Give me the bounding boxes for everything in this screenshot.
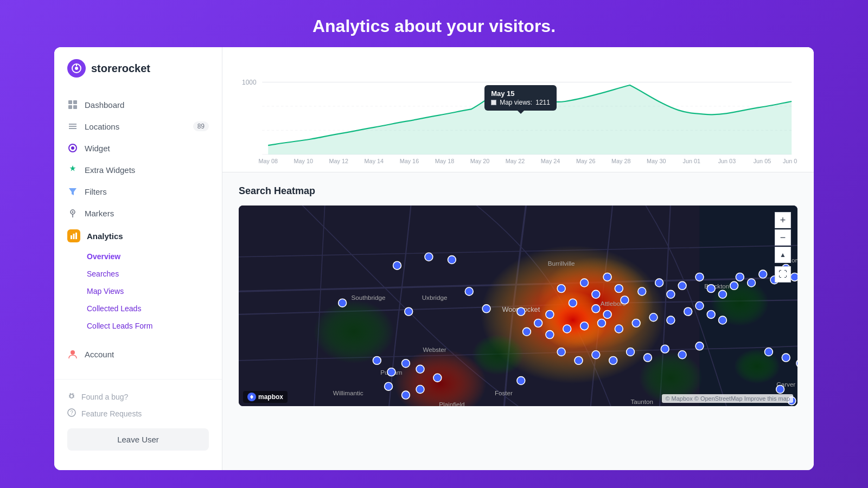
svg-rect-16 — [71, 235, 72, 239]
chart-container: May 15 Map views: 1211 1000 — [239, 58, 797, 166]
sidebar-item-searches[interactable]: Searches — [87, 265, 222, 282]
svg-text:May 30: May 30 — [647, 158, 666, 164]
sidebar-item-widget-label: Widget — [85, 144, 110, 153]
svg-point-14 — [72, 211, 74, 213]
sidebar-item-account[interactable]: Account — [54, 343, 222, 365]
svg-text:Burrillville: Burrillville — [548, 260, 575, 267]
svg-point-1 — [75, 67, 78, 70]
svg-point-128 — [719, 316, 727, 324]
svg-point-124 — [667, 316, 675, 324]
map-views-label: Map Views — [87, 287, 124, 296]
svg-point-138 — [393, 261, 401, 269]
page-title: Analytics about your visitors. — [11, 16, 857, 36]
svg-text:Jun 01: Jun 01 — [683, 158, 701, 164]
svg-marker-12 — [69, 188, 76, 195]
mapbox-label: mapbox — [258, 393, 283, 401]
svg-point-133 — [627, 348, 635, 356]
svg-text:Plainfield: Plainfield — [439, 401, 464, 406]
logo-icon — [67, 59, 86, 78]
sidebar-item-dashboard[interactable]: Dashboard — [54, 94, 222, 115]
svg-point-126 — [695, 302, 704, 310]
sidebar-item-overview[interactable]: Overview — [87, 248, 222, 265]
svg-point-108 — [736, 273, 744, 281]
zoom-out-button[interactable]: − — [775, 229, 791, 246]
sidebar-item-analytics-label: Analytics — [87, 232, 123, 241]
feature-requests-item[interactable]: ? Feature Requests — [67, 405, 209, 422]
feature-requests-label: Feature Requests — [81, 409, 142, 418]
svg-point-183 — [482, 305, 490, 313]
analytics-submenu: Overview Searches Map Views Collected Le… — [54, 248, 222, 335]
svg-point-99 — [621, 296, 629, 304]
svg-text:Foster: Foster — [495, 389, 513, 396]
dashboard-icon — [67, 99, 78, 110]
svg-text:May 08: May 08 — [258, 158, 278, 164]
svg-point-150 — [433, 374, 442, 382]
svg-point-145 — [402, 359, 410, 368]
svg-point-117 — [546, 331, 554, 339]
sidebar-item-extra-widgets[interactable]: Extra Widgets — [54, 159, 222, 181]
svg-rect-3 — [68, 100, 72, 104]
svg-point-140 — [448, 256, 456, 264]
svg-text:May 26: May 26 — [576, 158, 596, 164]
svg-point-136 — [678, 351, 686, 359]
found-a-bug-item[interactable]: Found a bug? — [67, 388, 209, 405]
svg-text:Taunton: Taunton — [631, 398, 654, 405]
svg-point-97 — [592, 305, 600, 313]
svg-text:May 14: May 14 — [365, 158, 384, 164]
sidebar-item-locations-label: Locations — [85, 122, 119, 131]
svg-rect-5 — [68, 105, 72, 109]
svg-rect-4 — [73, 100, 77, 104]
svg-point-113 — [790, 273, 797, 281]
svg-line-25 — [70, 393, 71, 394]
collected-leads-label: Collected Leads — [87, 304, 141, 313]
svg-point-96 — [569, 299, 577, 307]
widget-icon — [67, 143, 78, 153]
markers-icon — [67, 208, 78, 219]
sidebar-item-dashboard-label: Dashboard — [85, 100, 124, 110]
svg-point-182 — [465, 287, 473, 296]
logo-text: storerocket — [91, 62, 150, 75]
svg-point-98 — [603, 310, 611, 318]
sidebar-bottom: Found a bug? ? Feature Requests Leave Us… — [54, 379, 222, 459]
svg-point-142 — [405, 307, 413, 316]
svg-point-125 — [684, 307, 692, 316]
svg-point-149 — [416, 386, 424, 394]
sidebar-item-markers[interactable]: Markers — [54, 202, 222, 224]
svg-point-19 — [71, 350, 75, 355]
expand-button[interactable]: ⛶ — [775, 266, 791, 282]
svg-rect-18 — [75, 233, 77, 239]
sidebar-item-analytics[interactable]: Analytics — [54, 224, 222, 248]
svg-text:?: ? — [70, 410, 73, 416]
question-icon: ? — [67, 408, 76, 419]
sidebar-item-filters[interactable]: Filters — [54, 181, 222, 202]
svg-rect-17 — [73, 234, 75, 239]
map-controls: + − ▲ ⛶ — [775, 212, 791, 282]
chart-section: May 15 Map views: 1211 1000 — [222, 47, 814, 172]
sidebar-item-map-views[interactable]: Map Views — [87, 282, 222, 300]
zoom-in-button[interactable]: + — [775, 212, 791, 228]
svg-point-93 — [603, 273, 611, 281]
leave-user-button[interactable]: Leave User — [67, 428, 209, 451]
svg-point-109 — [748, 279, 756, 287]
map-container[interactable]: Woonsocket Uxbridge Southbridge Webster … — [239, 206, 797, 406]
locations-icon — [67, 121, 78, 132]
svg-point-148 — [402, 391, 410, 399]
locations-badge: 89 — [193, 121, 209, 131]
sidebar-item-collect-leads-form[interactable]: Collect Leads Form — [87, 317, 222, 335]
sidebar-item-widget[interactable]: Widget — [54, 137, 222, 159]
svg-point-104 — [695, 273, 704, 281]
svg-point-116 — [522, 328, 531, 336]
svg-point-105 — [707, 285, 715, 293]
svg-text:Jun 03: Jun 03 — [718, 158, 736, 164]
svg-point-168 — [517, 377, 525, 385]
svg-point-132 — [609, 356, 617, 364]
svg-point-110 — [759, 270, 767, 278]
sidebar-item-locations[interactable]: Locations 89 — [54, 115, 222, 137]
svg-line-26 — [73, 393, 73, 394]
map-attribution: © Mapbox © OpenStreetMap Improve this ma… — [662, 394, 793, 403]
svg-text:Uxbridge: Uxbridge — [422, 294, 448, 301]
svg-point-130 — [575, 356, 583, 364]
sidebar-item-collected-leads[interactable]: Collected Leads — [87, 300, 222, 317]
svg-point-144 — [387, 368, 395, 376]
reset-bearing-button[interactable]: ▲ — [775, 247, 791, 263]
